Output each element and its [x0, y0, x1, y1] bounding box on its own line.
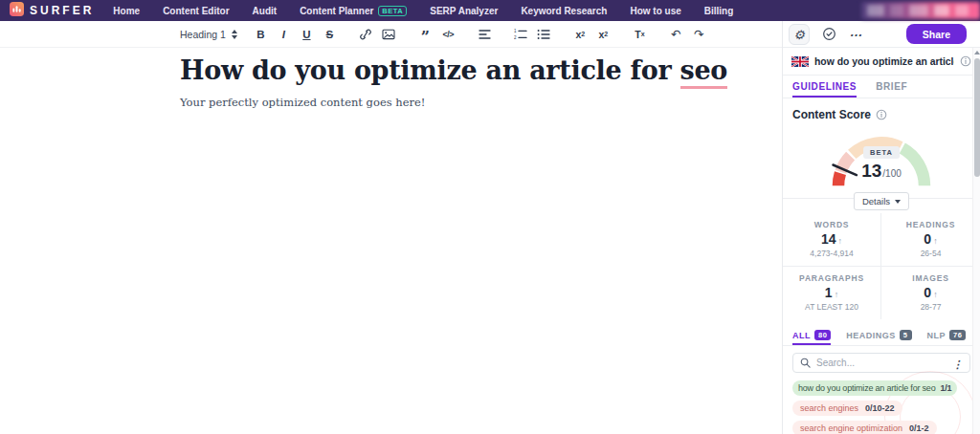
- editor-region: Heading 1 B I U S ” </>: [0, 21, 782, 434]
- ordered-list-icon: 1 2: [514, 29, 527, 40]
- document-body-text[interactable]: Your perfectly optimized content goes he…: [180, 96, 782, 109]
- link-button[interactable]: [359, 25, 373, 43]
- stats-grid: WORDS 14 4,273-4,914 HEADINGS 0 26-54 PA…: [783, 213, 980, 319]
- align-button[interactable]: [478, 25, 492, 43]
- editor-toolbar: Heading 1 B I U S ” </>: [0, 21, 782, 48]
- nav-item-keyword-research[interactable]: Keyword Research: [521, 6, 607, 16]
- ordered-list-button[interactable]: 1 2: [514, 25, 528, 43]
- sidebar-tabs: GUIDELINES BRIEF: [783, 76, 980, 98]
- editor-canvas[interactable]: How do you optimize an article for seo Y…: [0, 48, 782, 109]
- top-nav: SURFER Home Content Editor Audit Content…: [0, 0, 980, 21]
- stat-range: AT LEAST 120: [783, 302, 880, 312]
- tab-brief[interactable]: BRIEF: [876, 81, 907, 98]
- keyword-chip[interactable]: search engine optimization 0/1-2: [792, 421, 937, 434]
- score-max: /100: [882, 168, 901, 179]
- nav-menu: Home Content Editor Audit Content Planne…: [113, 6, 733, 16]
- tab-nlp-keywords[interactable]: NLP 76: [927, 330, 967, 345]
- search-input[interactable]: [816, 358, 947, 368]
- share-button[interactable]: Share: [906, 24, 967, 44]
- redo-button[interactable]: ↷: [692, 25, 706, 43]
- stat-value: 0: [881, 285, 980, 300]
- brand[interactable]: SURFER: [10, 2, 94, 20]
- sidebar-doc-header: how do you optimize an article for seo: [783, 48, 980, 76]
- content-score-gauge: BETA 13 /100: [783, 125, 980, 190]
- score-value-line: 13 /100: [861, 161, 902, 182]
- bullet-list-icon: [537, 29, 550, 40]
- sidebar-doc-title: how do you optimize an article for seo: [814, 56, 954, 67]
- keyword-chip[interactable]: how do you optimize an article for seo 1…: [792, 380, 957, 396]
- nav-item-content-editor[interactable]: Content Editor: [163, 6, 229, 16]
- up-arrow-icon: [931, 231, 938, 247]
- nav-item-serp-analyzer[interactable]: SERP Analyzer: [430, 6, 498, 16]
- bullet-list-button[interactable]: [537, 25, 551, 43]
- code-button[interactable]: </>: [441, 25, 456, 43]
- keyword-text: search engines: [800, 403, 858, 413]
- nav-item-label: Content Planner: [300, 6, 373, 16]
- svg-text:2: 2: [514, 35, 517, 40]
- settings-button[interactable]: [789, 24, 810, 45]
- nav-item-home[interactable]: Home: [113, 6, 140, 16]
- clear-formatting-button[interactable]: Tx: [633, 25, 647, 43]
- subscript-button[interactable]: x2: [573, 25, 588, 43]
- content-score-header: Content Score: [783, 98, 980, 121]
- stat-value: 14: [783, 231, 880, 247]
- nav-item-billing[interactable]: Billing: [704, 6, 734, 16]
- uk-flag-icon: [791, 56, 809, 67]
- strikethrough-button[interactable]: S: [323, 25, 337, 43]
- brand-name: SURFER: [30, 4, 94, 17]
- tab-headings-keywords[interactable]: HEADINGS 5: [846, 330, 911, 345]
- score-beta-badge: BETA: [863, 146, 900, 159]
- more-options-button[interactable]: [849, 26, 861, 43]
- stat-label: IMAGES: [881, 273, 980, 283]
- beta-badge: BETA: [378, 6, 407, 16]
- blockquote-button[interactable]: ”: [418, 25, 433, 43]
- account-area-redacted: [861, 2, 980, 19]
- scrollbar-thumb[interactable]: [974, 58, 980, 177]
- details-label: Details: [862, 196, 890, 206]
- check-status-button[interactable]: [822, 27, 836, 41]
- score-info-button[interactable]: [876, 109, 887, 120]
- count-badge: 5: [900, 330, 912, 340]
- info-icon: [876, 109, 887, 120]
- heading-style-select[interactable]: Heading 1: [180, 29, 237, 40]
- nav-item-audit[interactable]: Audit: [253, 6, 278, 16]
- superscript-button[interactable]: x2: [596, 25, 611, 43]
- sidebar-scrollbar[interactable]: [972, 48, 980, 434]
- tab-guidelines[interactable]: GUIDELINES: [792, 81, 857, 98]
- stat-label: HEADINGS: [881, 220, 980, 229]
- document-title[interactable]: How do you optimize an article for seo: [180, 54, 782, 87]
- stat-paragraphs: PARAGRAPHS 1 AT LEAST 120: [783, 267, 881, 319]
- keyword-chip[interactable]: search engines 0/10-22: [792, 401, 902, 416]
- doc-info-button[interactable]: [960, 55, 971, 67]
- keyword-count: 0/10-22: [865, 403, 895, 413]
- undo-button[interactable]: ↶: [669, 25, 683, 43]
- guidelines-sidebar: Share how do you optimize an article for…: [782, 21, 980, 434]
- link-icon: [359, 29, 372, 40]
- select-arrows-icon: [232, 30, 237, 39]
- nav-item-how-to-use[interactable]: How to use: [630, 6, 680, 16]
- nav-item-content-planner[interactable]: Content Planner BETA: [300, 6, 407, 16]
- check-circle-icon: [822, 27, 836, 41]
- bold-button[interactable]: B: [254, 25, 268, 43]
- details-button[interactable]: Details: [854, 192, 909, 210]
- up-arrow-icon: [836, 231, 843, 247]
- svg-text:1: 1: [514, 29, 517, 33]
- kebab-menu-icon[interactable]: [952, 355, 963, 372]
- stat-words: WORDS 14 4,273-4,914: [783, 213, 881, 267]
- stat-range: 4,273-4,914: [783, 249, 880, 258]
- heading-style-label: Heading 1: [180, 29, 226, 40]
- underline-button[interactable]: U: [300, 25, 314, 43]
- stat-label: WORDS: [783, 220, 880, 229]
- scroll-up-arrow[interactable]: [973, 48, 980, 56]
- keyword-chip-list: how do you optimize an article for seo 1…: [792, 380, 970, 434]
- image-icon: [382, 29, 395, 40]
- keyword-filter-tabs: ALL 80 HEADINGS 5 NLP 76: [783, 325, 980, 346]
- stat-value: 0: [881, 231, 980, 247]
- italic-button[interactable]: I: [277, 25, 291, 43]
- gear-icon: [793, 26, 805, 43]
- image-button[interactable]: [382, 25, 396, 43]
- stat-range: 26-54: [881, 249, 980, 258]
- tab-label: NLP: [927, 331, 947, 340]
- stat-images: IMAGES 0 28-77: [881, 267, 980, 319]
- tab-all-keywords[interactable]: ALL 80: [792, 330, 831, 345]
